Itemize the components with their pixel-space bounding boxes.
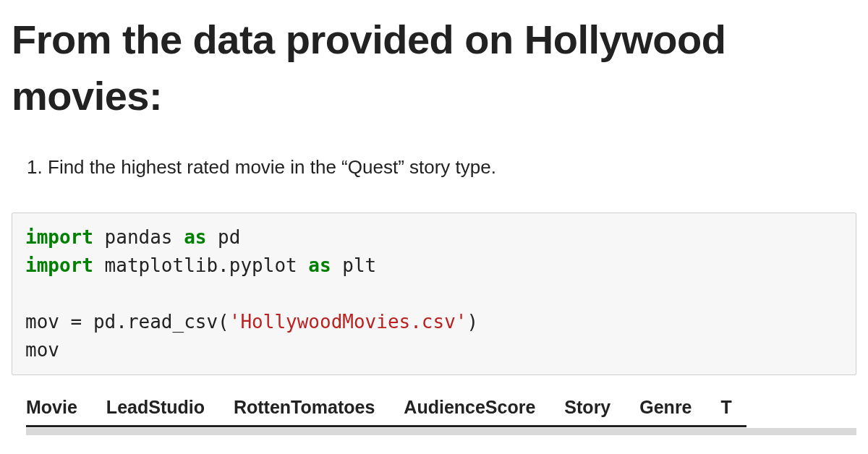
table-header: T [707, 390, 746, 427]
list-item: Find the highest rated movie in the “Que… [48, 154, 856, 180]
code-cell[interactable]: import pandas as pd import matplotlib.py… [12, 213, 856, 375]
table-header: RottenTomatoes [219, 390, 389, 427]
code-token: as [184, 226, 206, 248]
page-heading: From the data provided on Hollywood movi… [12, 12, 856, 125]
task-list: Find the highest rated movie in the “Que… [48, 154, 856, 180]
code-token: 'HollywoodMovies.csv' [229, 311, 467, 333]
code-token: matplotlib.pyplot [93, 254, 308, 276]
table-header: Genre [625, 390, 706, 427]
output-table: Movie LeadStudio RottenTomatoes Audience… [26, 390, 856, 435]
table-header: Story [550, 390, 625, 427]
code-token: import [25, 254, 93, 276]
table-header: AudienceScore [389, 390, 550, 427]
horizontal-scrollbar[interactable] [26, 428, 856, 435]
code-token: import [25, 226, 93, 248]
code-token: as [308, 254, 331, 276]
table-header: LeadStudio [92, 390, 219, 427]
table-header: Movie [26, 390, 92, 427]
code-token: pd [206, 226, 240, 248]
table-header-row: Movie LeadStudio RottenTomatoes Audience… [26, 390, 746, 427]
code-token: pandas [93, 226, 184, 248]
